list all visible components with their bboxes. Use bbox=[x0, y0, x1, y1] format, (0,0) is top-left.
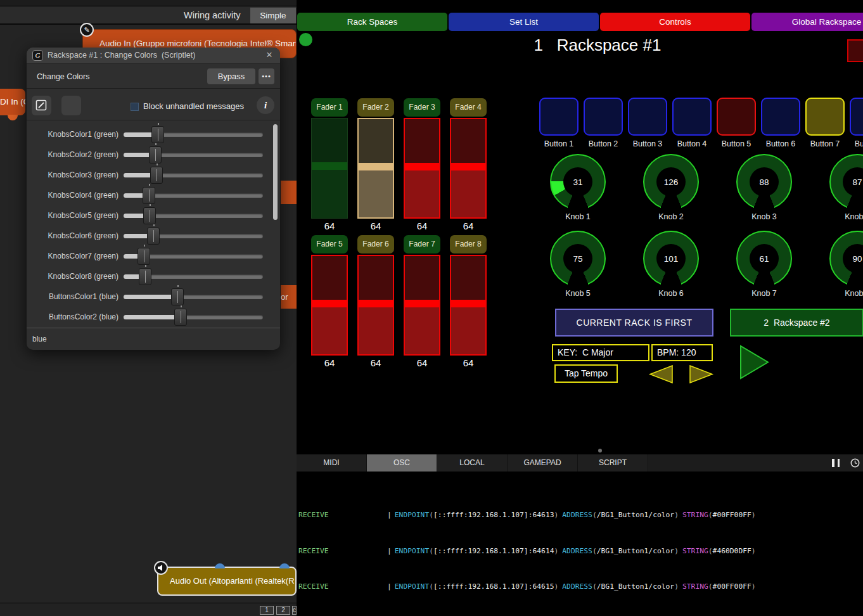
fader-widget[interactable]: Fader 7 64 bbox=[404, 235, 440, 368]
pad-button[interactable] bbox=[584, 98, 623, 136]
fader-body[interactable] bbox=[450, 118, 487, 219]
slider-track[interactable] bbox=[124, 193, 263, 198]
osc-log[interactable]: RECEIVE|ENDPOINT([::ffff:192.168.1.107]:… bbox=[297, 472, 863, 616]
log-entry: RECEIVE|ENDPOINT([::ffff:192.168.1.107]:… bbox=[298, 511, 863, 520]
slider-track[interactable] bbox=[124, 295, 263, 299]
slider-handle[interactable] bbox=[174, 309, 187, 326]
fader-body[interactable] bbox=[357, 118, 394, 219]
fader-widget[interactable]: Fader 4 64 bbox=[450, 98, 487, 231]
slider-handle[interactable] bbox=[143, 187, 155, 204]
next-rackspace-button[interactable]: 2 Rackspace #2 bbox=[730, 309, 863, 337]
log-tab[interactable]: SCRIPT bbox=[578, 454, 648, 472]
clock-icon[interactable] bbox=[850, 458, 860, 468]
slider-track[interactable] bbox=[124, 132, 263, 137]
pad-button[interactable] bbox=[850, 98, 863, 136]
slider-handle[interactable] bbox=[171, 288, 184, 305]
knob-control[interactable]: 75 bbox=[550, 231, 606, 286]
knob-widget: 31 Knob 1 bbox=[549, 154, 606, 222]
pause-icon[interactable] bbox=[832, 459, 840, 467]
slider-track[interactable] bbox=[124, 173, 263, 177]
log-tab[interactable]: LOCAL bbox=[437, 454, 508, 472]
next-arrow-button[interactable] bbox=[689, 365, 714, 383]
wiring-mode-button[interactable]: Simple bbox=[250, 8, 296, 23]
view-tab[interactable]: Rack Spaces bbox=[297, 13, 447, 31]
fader-handle[interactable] bbox=[405, 300, 439, 307]
fader-widget[interactable]: Fader 3 64 bbox=[404, 98, 440, 231]
bypass-button[interactable]: Bypass bbox=[207, 68, 255, 84]
log-tab[interactable]: GAMEPAD bbox=[508, 454, 578, 472]
fader-widget[interactable]: Fader 1 64 bbox=[311, 98, 348, 231]
knob-control[interactable]: 126 bbox=[643, 154, 699, 210]
pad-button[interactable] bbox=[539, 98, 579, 136]
knob-control[interactable]: 88 bbox=[736, 154, 792, 210]
pad-button[interactable] bbox=[672, 98, 712, 136]
splitter-handle[interactable] bbox=[598, 449, 602, 452]
slider-track[interactable] bbox=[124, 214, 263, 218]
fader-handle[interactable] bbox=[312, 300, 347, 307]
slider-handle[interactable] bbox=[143, 207, 156, 224]
button-label: Button 4 bbox=[672, 139, 712, 148]
slider-track[interactable] bbox=[124, 254, 263, 259]
fader-widget[interactable]: Fader 2 64 bbox=[357, 98, 394, 231]
pad-button[interactable] bbox=[717, 98, 756, 136]
slider-handle[interactable] bbox=[137, 248, 150, 265]
previous-arrow-button[interactable] bbox=[648, 365, 674, 383]
slider-track[interactable] bbox=[124, 153, 263, 157]
dialog-scrollbar[interactable] bbox=[273, 124, 278, 220]
fader-handle[interactable] bbox=[359, 300, 393, 307]
slider-track[interactable] bbox=[124, 315, 263, 319]
blank-button[interactable] bbox=[61, 96, 81, 115]
fader-body[interactable] bbox=[311, 255, 348, 356]
log-tab[interactable]: OSC bbox=[367, 454, 437, 472]
fader-handle[interactable] bbox=[359, 163, 393, 170]
fader-body[interactable] bbox=[311, 118, 348, 219]
more-options-button[interactable]: ••• bbox=[259, 68, 274, 84]
slider-track[interactable] bbox=[124, 234, 263, 238]
pad-button[interactable] bbox=[628, 98, 667, 136]
fader-body[interactable] bbox=[404, 118, 440, 219]
close-icon[interactable]: ✕ bbox=[264, 50, 274, 60]
slider-handle[interactable] bbox=[149, 146, 162, 164]
audio-in-port-1[interactable] bbox=[215, 563, 225, 568]
pad-button[interactable] bbox=[761, 98, 800, 136]
fader-body[interactable] bbox=[450, 255, 487, 356]
audio-out-node[interactable]: Audio Out (Altoparlanti (Realtek(R bbox=[157, 567, 297, 596]
knob-control[interactable]: 90 bbox=[829, 231, 863, 286]
edit-script-button[interactable] bbox=[32, 96, 51, 115]
fader-widget[interactable]: Fader 6 64 bbox=[357, 235, 394, 368]
variation-button-2[interactable]: 2 bbox=[276, 606, 290, 615]
fader-body[interactable] bbox=[404, 255, 440, 356]
pad-button[interactable] bbox=[805, 98, 845, 136]
fader-widget[interactable]: Fader 8 64 bbox=[450, 235, 487, 368]
slider-handle[interactable] bbox=[150, 167, 163, 184]
fader-handle[interactable] bbox=[405, 163, 439, 170]
knob-control[interactable]: 31 bbox=[550, 154, 606, 210]
slider-track[interactable] bbox=[124, 274, 263, 279]
midi-out-port[interactable] bbox=[8, 115, 18, 120]
knob-control[interactable]: 87 bbox=[829, 154, 863, 210]
fader-handle[interactable] bbox=[312, 162, 347, 170]
slider-handle[interactable] bbox=[151, 126, 164, 143]
slider-handle[interactable] bbox=[139, 268, 151, 285]
view-tab[interactable]: Set List bbox=[449, 13, 599, 31]
variation-button-1[interactable]: 1 bbox=[260, 606, 274, 615]
slider-handle[interactable] bbox=[147, 228, 160, 245]
knob-control[interactable]: 61 bbox=[736, 231, 792, 286]
slider-list: KnobsColor1 (green) KnobsColor2 (green) … bbox=[27, 124, 280, 327]
view-tab[interactable]: Controls bbox=[600, 13, 750, 31]
block-messages-checkbox[interactable] bbox=[131, 103, 139, 111]
fader-handle[interactable] bbox=[451, 163, 485, 170]
knob-control[interactable]: 101 bbox=[643, 231, 699, 286]
view-tab[interactable]: Global Rackspace bbox=[751, 13, 863, 31]
tap-tempo-button[interactable]: Tap Tempo bbox=[554, 364, 618, 383]
audio-in-port-2[interactable] bbox=[279, 563, 290, 568]
fader-body[interactable] bbox=[357, 255, 394, 356]
log-tab[interactable]: MIDI bbox=[297, 454, 367, 472]
info-icon[interactable]: i bbox=[257, 96, 274, 114]
dialog-titlebar[interactable]: G Rackspace #1 : Change Colors (Scriptle… bbox=[27, 48, 280, 64]
fader-widget[interactable]: Fader 5 64 bbox=[311, 235, 348, 368]
play-button[interactable] bbox=[739, 345, 769, 380]
midi-in-node[interactable]: DI In (O bbox=[0, 89, 25, 115]
fader-handle[interactable] bbox=[451, 300, 485, 307]
variation-button-partial[interactable]: c bbox=[292, 606, 297, 615]
